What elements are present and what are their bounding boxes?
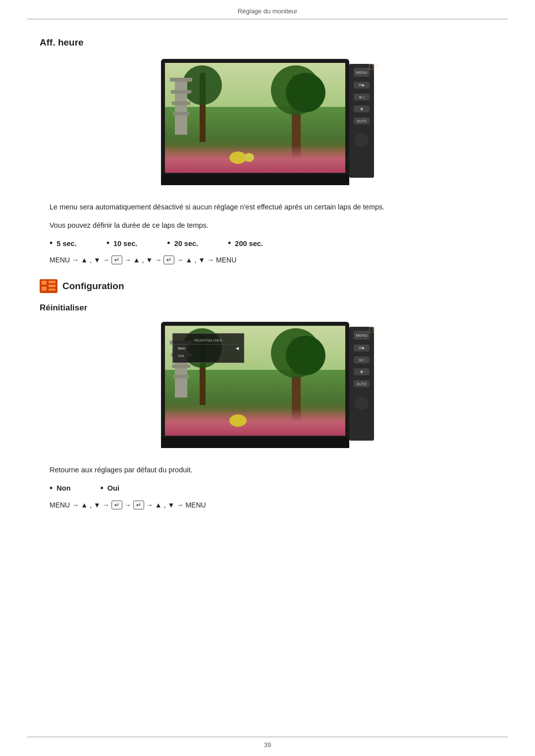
nav-down-1: ▼ <box>94 256 101 264</box>
bullet-3: • <box>167 238 170 249</box>
config-icon-text <box>40 279 57 293</box>
monitor-buttons-2: ☞ MENU A/▶ ▼/□ ◉ <box>349 327 374 441</box>
vbox-btn-label: ▼/□ <box>358 96 365 99</box>
vbox-button-1[interactable]: ▼/□ <box>354 94 370 101</box>
ab-button-1[interactable]: A/▶ <box>354 82 370 89</box>
flowers-bg <box>165 146 345 173</box>
nav-formula-1: MENU → ▲ , ▼ → ↵ → ▲ , ▼ → ↵ → ▲ , ▼ → <box>50 255 495 264</box>
nav-comma-2: , <box>142 256 144 264</box>
tree-canopy-small <box>182 65 222 105</box>
power-button-1[interactable] <box>355 133 369 147</box>
screen-inner-2: REINITIALISER Non ◀ Oui <box>165 326 345 436</box>
menu-button-1[interactable]: MENU <box>354 68 370 77</box>
osd-menu-overlay: REINITIALISER Non ◀ Oui <box>172 333 244 363</box>
circle-button-1[interactable]: ◉ <box>354 105 370 112</box>
reinitialiser-options: • Non • Oui <box>50 483 495 494</box>
aff-heure-options: • 5 sec. • 10 sec. • 20 sec. • 200 sec. <box>50 238 495 249</box>
aff-heure-title: Aff. heure <box>40 37 495 48</box>
nav-enter-btn-1: ↵ <box>111 255 122 264</box>
menu-button-2[interactable]: MENU <box>354 331 370 340</box>
option-oui: • Oui <box>101 483 119 494</box>
option-non: • Non <box>50 483 71 494</box>
pagoda-roof4 <box>173 112 189 115</box>
bullet-non: • <box>50 483 53 494</box>
option-20sec: • 20 sec. <box>167 238 198 249</box>
svg-rect-3 <box>49 281 55 283</box>
tree-canopy-2 <box>286 73 325 112</box>
configuration-title: Configuration <box>62 281 124 292</box>
config-svg-icon <box>40 279 57 293</box>
pagoda-roof2 <box>171 90 191 94</box>
screen-inner-1 <box>165 63 345 173</box>
aff-heure-desc1: Le menu sera automatiquement désactivé s… <box>50 202 495 213</box>
configuration-header: Configuration <box>40 279 495 293</box>
ab-btn-label: A/▶ <box>359 83 365 87</box>
top-border <box>27 19 508 19</box>
bullet-oui: • <box>101 483 104 494</box>
ab-btn-label-2: A/▶ <box>359 346 365 350</box>
nav-arrow-2e: → <box>176 501 183 509</box>
auto-btn-label-2: AUTO <box>357 382 366 386</box>
auto-button-1[interactable]: AUTO <box>354 117 370 124</box>
svg-rect-1 <box>42 281 47 285</box>
aff-heure-section: Aff. heure <box>40 37 495 264</box>
nav-menu-2: MENU <box>50 501 70 509</box>
monitor-bottom-bar-2 <box>161 437 349 448</box>
nav-down-2a: ▼ <box>94 501 101 509</box>
monitor-buttons-1: ☞ MENU A/▶ ▼/□ ◉ <box>349 64 374 178</box>
nav-arrow-2c: → <box>124 501 131 509</box>
nav-menu-1: MENU <box>50 256 70 264</box>
nav-enter-btn-2a: ↵ <box>111 501 122 509</box>
nav-down-3: ▼ <box>198 256 205 264</box>
pagoda-body <box>175 80 187 135</box>
bullet-1: • <box>50 238 53 249</box>
page-number: 39 <box>264 741 271 749</box>
nav-arrow-1: → <box>72 256 79 264</box>
monitor-bottom-bar-1 <box>161 174 349 185</box>
nav-arrow-2d: → <box>146 501 153 509</box>
monitor-screen-1 <box>161 59 349 185</box>
monitor-display-2: REINITIALISER Non ◀ Oui <box>161 322 374 451</box>
nav-arrow-2a: → <box>72 501 79 509</box>
vbox-btn-label-2: ▼/□ <box>358 358 365 362</box>
svg-rect-4 <box>49 285 55 287</box>
circle-button-2[interactable]: ◉ <box>354 368 370 375</box>
power-button-2[interactable] <box>355 396 369 410</box>
pagoda-roof3 <box>172 101 190 105</box>
osd-non: Non <box>178 346 185 351</box>
hand-cursor-icon-2: ☞ <box>368 323 379 337</box>
bullet-2: • <box>107 238 109 249</box>
nav-menu-end-2: MENU <box>185 501 206 509</box>
osd-oui: Oui <box>178 353 184 358</box>
vbox-button-2[interactable]: ▼/□ <box>354 356 370 363</box>
nav-down-2: ▼ <box>146 256 153 264</box>
ab-button-2[interactable]: A/▶ <box>354 345 370 352</box>
nav-enter-btn-2: ↵ <box>163 255 174 264</box>
pagoda-roof1 <box>170 78 192 82</box>
option-10sec-label: 10 sec. <box>113 240 137 248</box>
nav-up-3: ▲ <box>185 256 192 264</box>
nav-up-2: ▲ <box>133 256 140 264</box>
nav-arrow-3: → <box>124 256 131 264</box>
monitor-image-2: REINITIALISER Non ◀ Oui <box>40 322 495 451</box>
page-header: Réglage du moniteur <box>0 7 535 15</box>
reinitialiser-title: Réinitialiser <box>40 303 495 313</box>
nav-up-1: ▲ <box>81 256 88 264</box>
bottom-border <box>27 737 508 737</box>
reinitialiser-desc: Retourne aux réglages par défaut du prod… <box>50 464 495 476</box>
yellow-flowers2 <box>244 153 254 162</box>
circle-btn-label-2: ◉ <box>360 370 363 374</box>
nav-up-2a: ▲ <box>81 501 88 509</box>
tree-canopy-2-2 <box>286 336 325 375</box>
nav-comma-2a: , <box>90 501 92 509</box>
menu-btn-label-2: MENU <box>356 333 368 338</box>
option-non-label: Non <box>56 484 70 492</box>
osd-title: REINITIALISER <box>173 337 244 345</box>
bullet-4: • <box>228 238 231 249</box>
option-200sec: • 200 sec. <box>228 238 263 249</box>
nav-down-2b: ▼ <box>168 501 175 509</box>
auto-button-2[interactable]: AUTO <box>354 380 370 387</box>
page-container: Réglage du moniteur Aff. heure <box>0 0 535 756</box>
nav-formula-2: MENU → ▲ , ▼ → ↵ → ↵ → ▲ , ▼ → MENU <box>50 501 495 509</box>
monitor-image-1: ☞ MENU A/▶ ▼/□ ◉ <box>40 59 495 188</box>
